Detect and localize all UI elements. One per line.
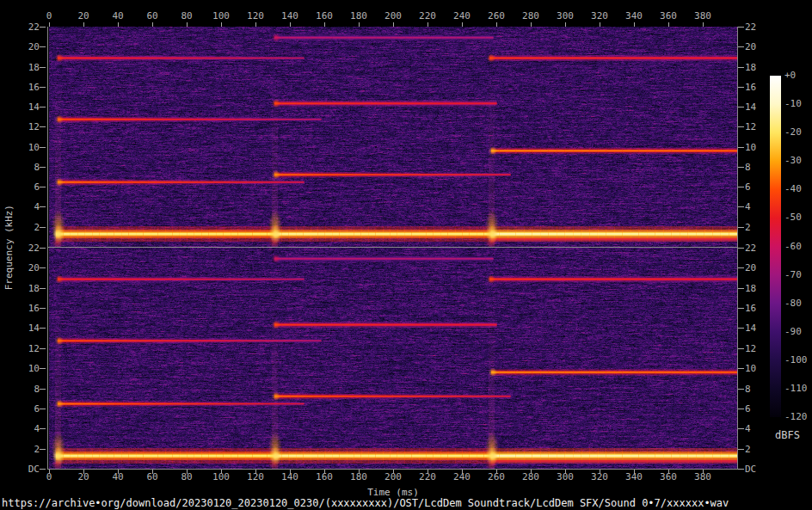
channel-separator-line (47, 247, 738, 248)
freq-tick-label: 10 (14, 143, 40, 152)
time-tick-mark (83, 470, 84, 474)
freq-tick-mark (40, 348, 46, 349)
colorbar-tick-label: -90 (784, 327, 812, 336)
freq-tick-mark (738, 206, 744, 207)
freq-tick-mark (40, 428, 46, 429)
freq-tick-mark (738, 389, 744, 390)
freq-tick-label: 18 (14, 284, 40, 293)
time-tick-label: 180 (346, 11, 372, 21)
time-tick-mark (187, 470, 188, 474)
time-tick-mark (668, 470, 669, 474)
time-tick-label: 300 (552, 11, 578, 21)
freq-tick-mark (40, 248, 46, 249)
freq-tick-label: 6 (14, 404, 40, 414)
spectrogram-left-channel (49, 27, 737, 247)
freq-tick-label: 4 (14, 202, 40, 212)
freq-tick-mark (40, 87, 46, 88)
colorbar-tick-label: -120 (784, 412, 812, 421)
freq-tick-mark (738, 46, 744, 47)
freq-tick-mark (738, 469, 744, 470)
time-tick-mark (255, 470, 256, 474)
freq-tick-mark (738, 126, 744, 127)
freq-tick-mark (40, 288, 46, 289)
freq-tick-mark (40, 107, 46, 108)
time-tick-label: 80 (174, 11, 200, 21)
freq-tick-label: 6 (14, 182, 40, 192)
time-tick-mark (49, 470, 50, 474)
freq-tick-label: 10 (14, 364, 40, 373)
freq-tick-label: 22 (745, 22, 774, 32)
freq-tick-mark (40, 67, 46, 68)
freq-tick-mark (738, 328, 744, 329)
freq-tick-mark (40, 206, 46, 207)
freq-tick-label: 18 (14, 63, 40, 72)
colorbar-tick-label: -80 (784, 298, 812, 308)
freq-tick-label: 18 (745, 63, 774, 72)
freq-tick-mark (40, 409, 46, 409)
freq-tick-mark (40, 469, 46, 470)
freq-tick-label: 12 (14, 344, 40, 353)
time-tick-label: 280 (518, 11, 544, 21)
colorbar-unit-label: dBFS (775, 429, 800, 441)
freq-tick-label: 14 (14, 323, 40, 333)
freq-tick-mark (40, 46, 46, 47)
time-tick-label: 20 (71, 11, 96, 21)
colorbar-tick-label: -50 (784, 212, 812, 222)
colorbar-tick-label: -60 (784, 242, 812, 251)
time-tick-label: 340 (621, 11, 647, 21)
freq-tick-mark (738, 187, 744, 187)
time-tick-label: 0 (36, 11, 62, 21)
spectrogram-right-channel (49, 248, 737, 469)
time-tick-mark (428, 470, 428, 474)
time-tick-mark (152, 470, 153, 474)
time-tick-label: 200 (380, 11, 406, 21)
freq-tick-mark (40, 389, 46, 390)
time-tick-mark (496, 470, 497, 474)
freq-tick-mark (738, 27, 744, 28)
freq-tick-mark (40, 126, 46, 127)
plot-left-border (47, 27, 48, 469)
time-tick-label: 160 (311, 11, 337, 21)
freq-tick-mark (738, 67, 744, 68)
time-tick-mark (359, 470, 360, 474)
file-path-text: https://archive•org/download/20230120_20… (2, 497, 729, 509)
time-tick-mark (118, 470, 119, 474)
freq-tick-mark (738, 348, 744, 349)
spek-spectrogram-view: Frequency (kHz) 020406080100120140160180… (0, 0, 812, 510)
freq-tick-label: 2 (14, 223, 40, 232)
freq-tick-mark (738, 449, 744, 450)
time-tick-mark (221, 470, 222, 474)
colorbar-tick-label: -110 (784, 384, 812, 393)
freq-tick-mark (738, 248, 744, 249)
freq-tick-mark (738, 167, 744, 168)
freq-tick-label: 20 (14, 42, 40, 52)
freq-tick-mark (40, 267, 46, 268)
freq-tick-label: DC (745, 464, 774, 474)
time-tick-mark (600, 470, 600, 474)
time-tick-label: 40 (105, 11, 131, 21)
freq-tick-mark (40, 227, 46, 228)
time-tick-label: 100 (208, 11, 234, 21)
time-tick-mark (393, 470, 394, 474)
freq-tick-mark (40, 449, 46, 450)
colorbar-tick-label: +0 (784, 71, 812, 80)
time-tick-mark (703, 470, 704, 474)
time-tick-label: 360 (655, 11, 681, 21)
freq-tick-label: 14 (14, 102, 40, 112)
freq-tick-label: 4 (14, 424, 40, 433)
colorbar-tick-label: -20 (784, 127, 812, 137)
time-tick-label: 120 (243, 11, 268, 21)
freq-tick-mark (40, 368, 46, 369)
freq-tick-label: 20 (745, 42, 774, 52)
time-tick-mark (324, 470, 325, 474)
time-tick-mark (462, 470, 463, 474)
colorbar-tick-label: -70 (784, 270, 812, 280)
freq-tick-mark (738, 147, 744, 148)
freq-tick-mark (738, 107, 744, 108)
freq-tick-mark (40, 187, 46, 187)
colorbar-tick-label: -40 (784, 184, 812, 194)
time-tick-mark (565, 470, 566, 474)
freq-tick-mark (738, 267, 744, 268)
colorbar-tick-label: -30 (784, 156, 812, 165)
time-tick-label: 60 (139, 11, 165, 21)
